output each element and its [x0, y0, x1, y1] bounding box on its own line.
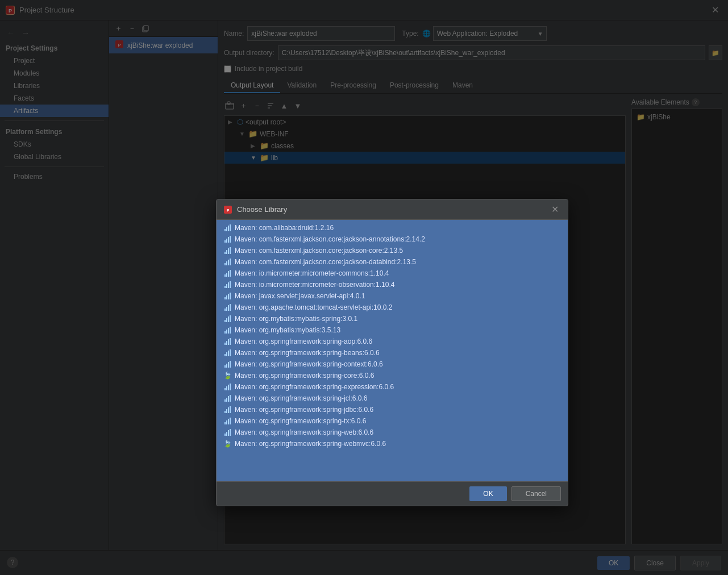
- library-bar-icon: [223, 224, 231, 232]
- library-item-label: Maven: org.springframework:spring-web:6.…: [235, 428, 373, 436]
- library-item-label: Maven: org.springframework:spring-beans:…: [235, 349, 380, 357]
- library-item-label: Maven: com.fasterxml.jackson.core:jackso…: [235, 235, 425, 243]
- library-item-label: Maven: org.springframework:spring-aop:6.…: [235, 338, 372, 345]
- library-item-label: Maven: org.springframework:spring-core:6…: [235, 372, 374, 380]
- dialog-overlay: P Choose Library ✕ Maven: com.alibaba:dr…: [0, 0, 728, 575]
- library-list-item[interactable]: Maven: org.apache.tomcat:tomcat-servlet-…: [217, 302, 568, 313]
- dialog-title-bar: P Choose Library ✕: [217, 199, 568, 220]
- library-item-label: Maven: org.springframework:spring-tx:6.0…: [235, 417, 366, 425]
- library-list-item[interactable]: Maven: org.springframework:spring-jdbc:6…: [217, 404, 568, 415]
- library-item-label: Maven: com.fasterxml.jackson.core:jackso…: [235, 247, 403, 255]
- library-item-label: Maven: org.springframework:spring-webmvc…: [235, 440, 386, 448]
- library-item-label: Maven: org.mybatis:mybatis:3.5.13: [235, 326, 340, 334]
- library-bar-icon: [223, 417, 231, 425]
- library-item-label: Maven: io.micrometer:micrometer-commons:…: [235, 269, 389, 277]
- library-list[interactable]: Maven: com.alibaba:druid:1.2.16 Maven: c…: [217, 220, 568, 481]
- library-bar-icon: [223, 394, 231, 402]
- library-leaf-icon: 🍃: [223, 372, 231, 380]
- library-item-label: Maven: org.springframework:spring-contex…: [235, 360, 383, 368]
- library-bar-icon: [223, 428, 231, 436]
- library-list-item[interactable]: Maven: org.springframework:spring-jcl:6.…: [217, 393, 568, 404]
- svg-text:P: P: [227, 209, 230, 213]
- library-item-label: Maven: com.fasterxml.jackson.core:jackso…: [235, 258, 416, 266]
- library-list-item[interactable]: Maven: org.springframework:spring-contex…: [217, 359, 568, 370]
- library-list-item[interactable]: Maven: com.alibaba:druid:1.2.16: [217, 222, 568, 234]
- library-list-item[interactable]: Maven: com.fasterxml.jackson.core:jackso…: [217, 256, 568, 268]
- dialog-title: P Choose Library: [223, 205, 287, 214]
- dialog-ok-button[interactable]: OK: [469, 486, 506, 501]
- library-bar-icon: [223, 326, 231, 334]
- library-item-label: Maven: org.apache.tomcat:tomcat-servlet-…: [235, 303, 392, 311]
- library-item-label: Maven: io.micrometer:micrometer-observat…: [235, 281, 394, 289]
- library-bar-icon: [223, 247, 231, 255]
- dialog-icon: P: [223, 205, 232, 214]
- library-list-item[interactable]: Maven: io.micrometer:micrometer-commons:…: [217, 268, 568, 279]
- library-item-label: Maven: org.springframework:spring-expres…: [235, 383, 394, 391]
- library-item-label: Maven: org.springframework:spring-jdbc:6…: [235, 406, 373, 414]
- dialog-cancel-button[interactable]: Cancel: [511, 486, 561, 501]
- library-bar-icon: [223, 235, 231, 243]
- library-leaf-icon: 🍃: [223, 440, 231, 448]
- library-bar-icon: [223, 349, 231, 357]
- library-list-item[interactable]: Maven: org.mybatis:mybatis-spring:3.0.1: [217, 313, 568, 324]
- library-list-item[interactable]: Maven: org.springframework:spring-tx:6.0…: [217, 415, 568, 427]
- library-bar-icon: [223, 406, 231, 414]
- library-list-item[interactable]: Maven: io.micrometer:micrometer-observat…: [217, 279, 568, 290]
- library-list-item[interactable]: Maven: org.springframework:spring-aop:6.…: [217, 336, 568, 347]
- dialog-buttons: OK Cancel: [217, 481, 568, 506]
- library-bar-icon: [223, 338, 231, 345]
- library-bar-icon: [223, 269, 231, 277]
- library-list-item[interactable]: Maven: javax.servlet:javax.servlet-api:4…: [217, 290, 568, 302]
- choose-library-dialog: P Choose Library ✕ Maven: com.alibaba:dr…: [216, 199, 568, 506]
- library-item-label: Maven: javax.servlet:javax.servlet-api:4…: [235, 292, 365, 300]
- library-list-item[interactable]: 🍃Maven: org.springframework:spring-core:…: [217, 370, 568, 381]
- library-list-item[interactable]: Maven: org.springframework:spring-beans:…: [217, 347, 568, 359]
- library-bar-icon: [223, 383, 231, 391]
- library-list-item[interactable]: Maven: org.mybatis:mybatis:3.5.13: [217, 324, 568, 336]
- library-item-label: Maven: org.springframework:spring-jcl:6.…: [235, 394, 367, 402]
- library-bar-icon: [223, 281, 231, 289]
- library-list-item[interactable]: Maven: com.fasterxml.jackson.core:jackso…: [217, 234, 568, 245]
- library-list-item[interactable]: Maven: com.fasterxml.jackson.core:jackso…: [217, 245, 568, 256]
- library-bar-icon: [223, 303, 231, 311]
- library-item-label: Maven: org.mybatis:mybatis-spring:3.0.1: [235, 315, 357, 323]
- library-bar-icon: [223, 315, 231, 323]
- library-item-label: Maven: com.alibaba:druid:1.2.16: [235, 224, 334, 232]
- library-list-item[interactable]: 🍃Maven: org.springframework:spring-webmv…: [217, 438, 568, 449]
- dialog-close-button[interactable]: ✕: [549, 204, 561, 215]
- library-bar-icon: [223, 258, 231, 266]
- library-bar-icon: [223, 360, 231, 368]
- library-bar-icon: [223, 292, 231, 300]
- library-list-item[interactable]: Maven: org.springframework:spring-web:6.…: [217, 427, 568, 438]
- library-list-item[interactable]: Maven: org.springframework:spring-expres…: [217, 381, 568, 393]
